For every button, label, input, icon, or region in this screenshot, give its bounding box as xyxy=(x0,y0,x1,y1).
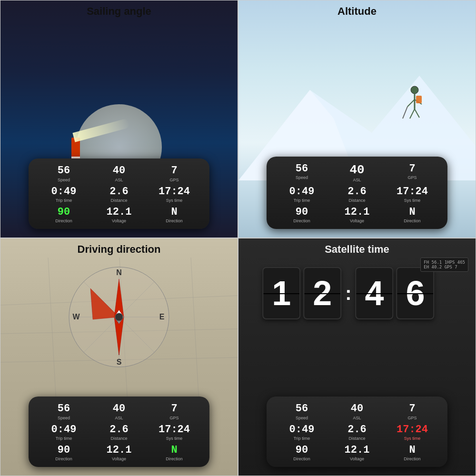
sailing-angle-title: Sailing angle xyxy=(0,5,238,18)
alt-trip-label: Trip time xyxy=(280,198,323,203)
dir-gps-label: GPS xyxy=(153,416,196,420)
dir-trip-value: 0:49 xyxy=(42,424,85,436)
alt-gps-cell: 7 GPS xyxy=(391,163,434,182)
satellite-time-cell: Satellite time FH 56.1 1HPS 465 EH 40.2 … xyxy=(238,238,476,476)
gps-label: GPS xyxy=(153,178,196,182)
svg-line-15 xyxy=(191,258,200,409)
dir-trip-label: Trip time xyxy=(42,436,85,441)
dist-value: 2.6 xyxy=(98,186,140,198)
altitude-hud: 56 Speed 40 ASL 7 GPS 0:49 Trip time xyxy=(267,157,447,229)
alt-dir2-value: N xyxy=(391,207,434,218)
asl-value: 40 xyxy=(98,165,140,177)
sat-gps-value: 7 xyxy=(391,403,434,415)
dir-systime-value: 17:24 xyxy=(153,424,196,436)
altitude-cell: Altitude 56 xyxy=(238,0,476,238)
dir-asl-cell: 40 ASL xyxy=(98,403,140,420)
alt-dir1-value: 90 xyxy=(280,207,323,218)
gps-cell: 7 GPS xyxy=(153,165,196,182)
dir-gps-value: 7 xyxy=(153,403,196,415)
sat-dist-label: Distance xyxy=(336,436,378,441)
svg-text:E: E xyxy=(159,313,165,321)
satellite-hud: 56 Speed 40 ASL 7 GPS 0:49 Trip time xyxy=(267,397,447,467)
dir-hud-row-3: 90 Direction 12.1 Voltage N Direction xyxy=(36,445,202,461)
dir-dir2-cell: N Direction xyxy=(153,445,196,461)
dir-hud-row-1: 56 Speed 40 ASL 7 GPS xyxy=(36,403,202,420)
voltage-value: 12.1 xyxy=(98,207,140,218)
alt-dist-value: 2.6 xyxy=(336,186,378,198)
sat-systime-label: Sys time xyxy=(391,436,434,441)
alt-gps-value: 7 xyxy=(391,163,434,175)
sailing-hud: 56 Speed 40 ASL 7 GPS 0:49 Trip time xyxy=(29,159,209,229)
direction2-cell: N Direction xyxy=(153,207,196,223)
sat-top-text2: EH 40.2 GPS 7 xyxy=(424,265,465,269)
hud-row-1: 56 Speed 40 ASL 7 GPS xyxy=(36,165,202,182)
asl-label: ASL xyxy=(98,178,140,182)
driving-direction-cell: Driving direction xyxy=(0,238,238,476)
alt-hud-row-2: 0:49 Trip time 2.6 Distance 17:24 Sys ti… xyxy=(274,186,440,203)
hud-row-3: 90 Direction 12.1 Voltage N Direction xyxy=(36,207,202,223)
alt-dist-cell: 2.6 Distance xyxy=(336,186,378,203)
alt-asl-label: ASL xyxy=(336,178,378,182)
flip-colon: : xyxy=(344,267,352,319)
alt-dir2-label: Direction xyxy=(391,218,434,223)
flip-digit-1: 1 xyxy=(262,267,300,319)
sat-dir2-label: Direction xyxy=(391,456,434,461)
sat-dir1-cell: 90 Direction xyxy=(280,445,323,461)
alt-hud-row-1: 56 Speed 40 ASL 7 GPS xyxy=(274,163,440,182)
sat-volt-value: 12.1 xyxy=(336,445,378,456)
alt-speed-cell: 56 Speed xyxy=(280,163,323,182)
dir-dir1-cell: 90 Direction xyxy=(42,445,85,461)
compass-rose-svg: N E S W xyxy=(67,265,171,369)
dir-dir1-value: 90 xyxy=(42,445,85,456)
sat-systime-cell: 17:24 Sys time xyxy=(391,424,434,441)
direction1-label: Direction xyxy=(42,218,85,223)
alt-trip-value: 0:49 xyxy=(280,186,323,198)
sat-dir1-label: Direction xyxy=(280,456,323,461)
alt-volt-cell: 12.1 Voltage xyxy=(336,207,378,223)
svg-text:S: S xyxy=(117,358,122,366)
dir-dir2-label: Direction xyxy=(153,456,196,461)
sat-dist-cell: 2.6 Distance xyxy=(336,424,378,441)
trip-label: Trip time xyxy=(42,198,85,203)
svg-rect-8 xyxy=(416,96,422,103)
dir-dist-label: Distance xyxy=(98,436,140,441)
dir-speed-label: Speed xyxy=(42,416,85,420)
sat-gps-label: GPS xyxy=(391,416,434,420)
alt-speed-label: Speed xyxy=(280,175,323,180)
flip-clock: 1 2 : 4 6 xyxy=(262,267,434,319)
alt-volt-value: 12.1 xyxy=(336,207,378,218)
dist-cell: 2.6 Distance xyxy=(98,186,140,203)
alt-hud-row-3: 90 Direction 12.1 Voltage N Direction xyxy=(274,207,440,223)
direction-hud: 56 Speed 40 ASL 7 GPS 0:49 Trip time xyxy=(29,397,209,467)
sat-asl-label: ASL xyxy=(336,416,378,420)
dir-volt-cell: 12.1 Voltage xyxy=(98,445,140,461)
dir-volt-value: 12.1 xyxy=(98,445,140,456)
sat-asl-cell: 40 ASL xyxy=(336,403,378,420)
systime-label: Sys time xyxy=(153,198,196,203)
systime-value: 17:24 xyxy=(153,186,196,198)
alt-dir1-label: Direction xyxy=(280,218,323,223)
alt-asl-cell: 40 ASL xyxy=(336,163,378,182)
dir-dir1-label: Direction xyxy=(42,456,85,461)
hud-row-2: 0:49 Trip time 2.6 Distance 17:24 Sys ti… xyxy=(36,186,202,203)
flip-digit-4: 6 xyxy=(397,267,435,319)
voltage-cell: 12.1 Voltage xyxy=(98,207,140,223)
svg-text:N: N xyxy=(116,268,122,277)
sat-volt-label: Voltage xyxy=(336,456,378,461)
svg-text:W: W xyxy=(72,313,80,321)
speed-label: Speed xyxy=(42,178,85,182)
direction2-label: Direction xyxy=(153,218,196,223)
alt-systime-label: Sys time xyxy=(391,198,434,203)
alt-systime-value: 17:24 xyxy=(391,186,434,198)
alt-systime-cell: 17:24 Sys time xyxy=(391,186,434,203)
alt-dir2-cell: N Direction xyxy=(391,207,434,223)
dir-speed-value: 56 xyxy=(42,403,85,415)
sat-trip-value: 0:49 xyxy=(280,424,323,436)
dir-asl-label: ASL xyxy=(98,416,140,420)
alt-dist-label: Distance xyxy=(336,198,378,203)
sat-hud-row-2: 0:49 Trip time 2.6 Distance 17:24 Sys ti… xyxy=(274,424,440,441)
trip-cell: 0:49 Trip time xyxy=(42,186,85,203)
sat-speed-value: 56 xyxy=(280,403,323,415)
altitude-title: Altitude xyxy=(238,5,476,18)
dir-hud-row-2: 0:49 Trip time 2.6 Distance 17:24 Sys ti… xyxy=(36,424,202,441)
